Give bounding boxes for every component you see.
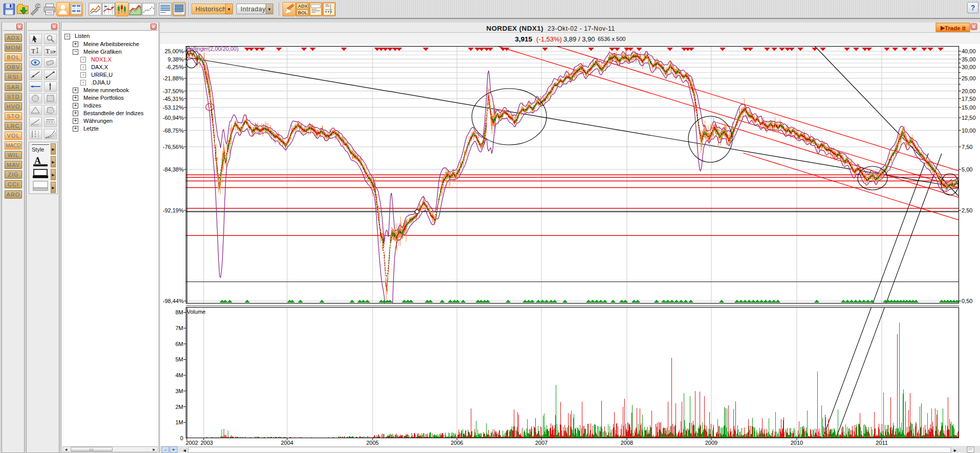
svg-text:►: ► [953, 448, 957, 453]
svg-text:6536 x 500: 6536 x 500 [598, 36, 625, 42]
svg-text:5M: 5M [176, 356, 183, 362]
svg-text:4M: 4M [176, 372, 183, 378]
svg-text:T: T [31, 47, 35, 55]
svg-text:2011: 2011 [876, 440, 888, 446]
svg-text:(-1,53%): (-1,53%) [536, 35, 562, 43]
svg-text:Trade it: Trade it [945, 25, 966, 31]
svg-text:NORDEX (NDX1): NORDEX (NDX1) [486, 25, 543, 32]
svg-text:-68,75%: -68,75% [163, 127, 184, 134]
svg-text:2005: 2005 [366, 440, 379, 446]
svg-text:+: + [172, 446, 175, 452]
svg-text:-98,44%: -98,44% [163, 298, 184, 304]
svg-text:-6,25%: -6,25% [166, 64, 184, 70]
svg-text:17,50: 17,50 [962, 96, 976, 102]
svg-text:◄: ◄ [182, 448, 187, 453]
svg-text:-53,12%: -53,12% [163, 104, 184, 111]
svg-text:10,00: 10,00 [962, 127, 976, 134]
svg-text:12,50: 12,50 [962, 115, 976, 121]
svg-text:2010: 2010 [791, 440, 803, 446]
svg-text:-76,56%: -76,56% [163, 144, 184, 150]
svg-text:2,50: 2,50 [962, 207, 972, 213]
svg-text:23-Okt-02 - 17-Nov-11: 23-Okt-02 - 17-Nov-11 [548, 25, 615, 32]
svg-text:×: × [972, 24, 975, 30]
svg-text:3,915: 3,915 [515, 35, 532, 43]
svg-text:-84,38%: -84,38% [163, 166, 184, 172]
svg-text:20,00: 20,00 [962, 88, 976, 94]
svg-text:35,00: 35,00 [962, 56, 976, 62]
svg-text:Volume: Volume [187, 309, 206, 315]
svg-text:BOL: BOL [298, 10, 308, 15]
svg-text:10: 10 [50, 50, 54, 54]
svg-text:25,00: 25,00 [962, 75, 976, 81]
svg-text:2007: 2007 [535, 440, 548, 446]
svg-text:3,89 / 3,90: 3,89 / 3,90 [563, 35, 595, 43]
svg-text:-60,94%: -60,94% [163, 115, 184, 121]
svg-text:30,00: 30,00 [962, 64, 976, 70]
svg-text:2002: 2002 [186, 440, 198, 446]
svg-text:0,50: 0,50 [962, 298, 972, 304]
svg-text:-21,88%: -21,88% [163, 75, 184, 81]
svg-text:6M: 6M [176, 341, 183, 347]
svg-text:2006: 2006 [451, 440, 463, 446]
svg-text:2M: 2M [176, 404, 183, 410]
svg-text:-45,31%: -45,31% [163, 96, 184, 102]
svg-text:2008: 2008 [621, 440, 633, 446]
svg-text:3M: 3M [176, 388, 183, 394]
svg-text:9,38%: 9,38% [168, 56, 184, 62]
svg-text:7M: 7M [176, 325, 183, 331]
svg-text:-37,50%: -37,50% [163, 88, 184, 94]
svg-text:2003: 2003 [201, 440, 213, 446]
svg-text:5,00: 5,00 [962, 166, 972, 172]
svg-text:40,00: 40,00 [962, 48, 976, 54]
svg-text:7,50: 7,50 [962, 144, 972, 150]
svg-text:2004: 2004 [281, 440, 293, 446]
svg-text:8M: 8M [176, 309, 183, 315]
svg-text:2009: 2009 [705, 440, 717, 446]
svg-text:T: T [46, 47, 50, 55]
svg-text:1M: 1M [176, 419, 183, 425]
svg-text:25,00%: 25,00% [165, 48, 184, 54]
svg-text:Bollinger(2,00/20,00): Bollinger(2,00/20,00) [186, 46, 238, 52]
svg-text:-92,19%: -92,19% [163, 207, 184, 213]
svg-text:0: 0 [180, 435, 183, 441]
svg-text:ADX: ADX [298, 4, 308, 9]
svg-text:-: - [164, 446, 166, 452]
svg-text:15,00: 15,00 [962, 104, 976, 111]
